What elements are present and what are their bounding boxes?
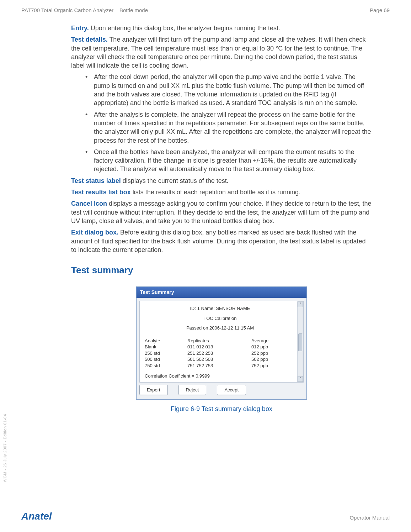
bullet-item: Once all the bottles have been analyzed,… xyxy=(85,148,372,174)
table-row: 750 std 751 752 753 752 ppb xyxy=(145,363,295,369)
exit-paragraph: Exit dialog box. Before exiting this dia… xyxy=(71,228,372,254)
scrollbar[interactable]: ˄ ˅ xyxy=(297,301,303,382)
status-text: displays the current status of the test. xyxy=(121,177,229,184)
figure-test-summary: Test Summary ˄ ˅ ID: 1 Name: SENSOR NAME… xyxy=(71,286,372,413)
dialog-title-bar: Test Summary xyxy=(137,287,306,298)
scroll-down-arrow-icon[interactable]: ˅ xyxy=(298,376,303,382)
results-term: Test results list box xyxy=(71,189,131,196)
details-term: Test details. xyxy=(71,36,108,43)
details-text: The analyzer will first turn off the pum… xyxy=(71,36,365,69)
details-paragraph: Test details. The analyzer will first tu… xyxy=(71,35,372,70)
table-header-row: Analyte Replicates Average xyxy=(145,338,295,344)
section-heading-test-summary: Test summary xyxy=(71,264,372,276)
dialog-sub2: Passed on 2006-12-12 11:15 AM xyxy=(145,325,295,331)
table-row: 500 std 501 502 503 502 ppb xyxy=(145,356,295,363)
cancel-text: displays a message asking you to confirm… xyxy=(71,200,371,225)
scroll-thumb[interactable] xyxy=(298,333,302,351)
dialog-sub1: TOC Calibration xyxy=(145,315,295,322)
cancel-term: Cancel icon xyxy=(71,200,107,207)
status-paragraph: Test status label displays the current s… xyxy=(71,177,372,185)
entry-paragraph: Entry. Upon entering this dialog box, th… xyxy=(71,24,372,32)
status-term: Test status label xyxy=(71,177,121,184)
results-paragraph: Test results list box lists the results … xyxy=(71,188,372,196)
correlation-coefficient: Correlation Coefficient = 0.9999 xyxy=(145,373,295,379)
footer-brand: Anatel xyxy=(21,511,52,522)
dialog-id-line: ID: 1 Name: SENSOR NAME xyxy=(145,305,295,312)
cancel-paragraph: Cancel icon displays a message asking yo… xyxy=(71,199,372,225)
header-left: PAT700 Total Organic Carbon Analyzer – B… xyxy=(21,7,148,13)
reject-button[interactable]: Reject xyxy=(178,385,207,395)
col-analyte: Analyte xyxy=(145,338,187,344)
results-text: lists the results of each repetition and… xyxy=(131,189,300,196)
table-row: 250 std 251 252 253 252 ppb xyxy=(145,350,295,357)
page-footer: Anatel Operator Manual xyxy=(21,511,390,522)
accept-button[interactable]: Accept xyxy=(217,385,246,395)
header-right: Page 69 xyxy=(370,7,390,13)
side-revision-text: WGM - 26 July 2007 - Edition 01-04 xyxy=(3,414,7,482)
entry-term: Entry. xyxy=(71,25,89,32)
bullet-item: After the cool down period, the analyzer… xyxy=(85,73,372,107)
table-row: Blank 011 012 013 012 ppb xyxy=(145,344,295,350)
dialog-button-row: Export Reject Accept xyxy=(139,383,304,396)
col-average: Average xyxy=(251,338,287,344)
test-summary-dialog: Test Summary ˄ ˅ ID: 1 Name: SENSOR NAME… xyxy=(136,286,307,400)
dialog-body: ˄ ˅ ID: 1 Name: SENSOR NAME TOC Calibrat… xyxy=(139,301,304,383)
page-content: Entry. Upon entering this dialog box, th… xyxy=(21,24,390,413)
col-replicates: Replicates xyxy=(187,338,251,344)
export-button[interactable]: Export xyxy=(139,385,168,395)
footer-rule xyxy=(21,509,390,509)
details-bullets: After the cool down period, the analyzer… xyxy=(71,73,372,173)
scroll-up-arrow-icon[interactable]: ˄ xyxy=(298,301,303,307)
figure-caption: Figure 6-9 Test summary dialog box xyxy=(71,405,372,413)
entry-text: Upon entering this dialog box, the analy… xyxy=(89,25,280,32)
footer-right: Operator Manual xyxy=(349,515,390,521)
bullet-item: After the analysis is complete, the anal… xyxy=(85,110,372,145)
page-header: PAT700 Total Organic Carbon Analyzer – B… xyxy=(21,7,390,13)
exit-term: Exit dialog box. xyxy=(71,229,118,236)
